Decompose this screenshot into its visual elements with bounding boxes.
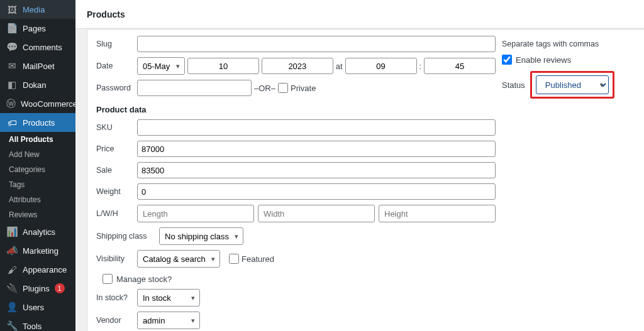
width-input[interactable] — [258, 205, 375, 222]
sidebar-item-label: Analytics — [23, 227, 55, 237]
sidebar-sub-attributes[interactable]: Attributes — [0, 192, 75, 207]
products-icon: 🏷 — [6, 117, 18, 128]
admin-sidebar: 🖼Media📄Pages💬Comments✉MailPoet◧DokanⓦWoo… — [0, 0, 75, 331]
sidebar-item-comments[interactable]: 💬Comments — [0, 38, 75, 57]
height-input[interactable] — [379, 205, 496, 222]
password-input[interactable] — [137, 80, 252, 96]
sku-label: SKU — [96, 123, 137, 132]
instock-select[interactable]: In stock — [137, 289, 200, 307]
price-input[interactable] — [137, 141, 496, 157]
slug-input[interactable] — [137, 36, 496, 52]
at-label: at — [336, 62, 343, 71]
product-data-heading: Product data — [96, 105, 496, 114]
menu-icon: 🖼 — [6, 4, 18, 15]
sale-label: Sale — [96, 166, 137, 175]
vendor-select[interactable]: admin — [137, 312, 200, 329]
sidebar-item-users[interactable]: 👤Users — [0, 298, 75, 317]
sidebar-item-label: Products — [23, 118, 55, 128]
weight-label: Weight — [96, 187, 137, 196]
sku-input[interactable] — [137, 119, 496, 136]
featured-label: Featured — [242, 254, 274, 264]
or-label: –OR– — [254, 84, 275, 93]
sidebar-item-products[interactable]: 🏷 Products — [0, 113, 75, 132]
menu-icon: 🔌 — [6, 283, 18, 294]
sidebar-item-appearance[interactable]: 🖌Appearance — [0, 260, 75, 279]
sidebar-item-label: Users — [23, 303, 44, 312]
hour-input[interactable] — [345, 58, 417, 74]
sidebar-sub-tags[interactable]: Tags — [0, 177, 75, 192]
lwh-label: L/W/H — [96, 209, 137, 218]
price-label: Price — [96, 144, 137, 153]
menu-icon: 📄 — [6, 23, 18, 34]
sidebar-sub-all-products[interactable]: All Products — [0, 132, 75, 147]
manage-stock-checkbox[interactable] — [103, 274, 113, 284]
status-label: Status — [502, 80, 525, 90]
menu-icon: 🖌 — [6, 264, 18, 275]
sidebar-sub-reviews[interactable]: Reviews — [0, 207, 75, 222]
sidebar-item-label: Media — [23, 5, 45, 14]
sidebar-item-label: Dokan — [23, 80, 47, 90]
sidebar-item-label: Appearance — [23, 265, 67, 274]
menu-icon: ⓦ — [6, 98, 16, 109]
length-input[interactable] — [137, 205, 254, 222]
sidebar-sub-add-new[interactable]: Add New — [0, 147, 75, 162]
menu-icon: 🔧 — [6, 320, 18, 331]
quick-edit-panel: Slug Date 05-May at : Password — [87, 29, 644, 331]
page-title: Products — [87, 9, 125, 19]
slug-label: Slug — [96, 40, 137, 48]
sale-input[interactable] — [137, 162, 496, 178]
minute-input[interactable] — [424, 58, 496, 74]
update-badge: 1 — [55, 283, 65, 293]
shipping-class-label: Shipping class — [96, 232, 159, 241]
sidebar-item-pages[interactable]: 📄Pages — [0, 19, 75, 38]
sidebar-item-label: Comments — [23, 43, 62, 52]
shipping-class-select[interactable]: No shipping class — [159, 227, 243, 245]
menu-icon: ◧ — [6, 79, 18, 90]
visibility-select[interactable]: Catalog & search — [137, 250, 220, 268]
sidebar-item-label: WooCommerce — [21, 99, 77, 109]
private-label: Private — [291, 84, 316, 93]
status-select[interactable]: Published — [536, 75, 609, 94]
visibility-label: Visibility — [96, 254, 137, 263]
password-label: Password — [96, 84, 137, 92]
sidebar-item-tools[interactable]: 🔧Tools — [0, 317, 75, 331]
menu-icon: 📊 — [6, 226, 18, 237]
featured-checkbox[interactable] — [229, 254, 239, 264]
sidebar-item-label: Marketing — [23, 246, 58, 256]
enable-reviews-checkbox[interactable] — [502, 55, 512, 65]
day-input[interactable] — [187, 58, 259, 74]
menu-icon: 📣 — [6, 245, 18, 256]
vendor-label: Vendor — [96, 316, 137, 325]
instock-label: In stock? — [96, 293, 137, 302]
enable-reviews-label: Enable reviews — [516, 55, 571, 65]
date-label: Date — [96, 62, 137, 70]
year-input[interactable] — [262, 58, 333, 74]
sidebar-item-label: Pages — [23, 24, 46, 33]
private-checkbox[interactable] — [278, 83, 288, 93]
sidebar-item-label: Plugins — [23, 284, 50, 293]
sidebar-item-marketing[interactable]: 📣Marketing — [0, 241, 75, 260]
sidebar-item-media[interactable]: 🖼Media — [0, 0, 75, 19]
sidebar-item-label: MailPoet — [23, 62, 55, 71]
menu-icon: 💬 — [6, 41, 18, 53]
sidebar-item-dokan[interactable]: ◧Dokan — [0, 75, 75, 94]
menu-icon: 👤 — [6, 301, 18, 313]
main-area: Products ⚑ Activity Slug Date 05-May — [75, 0, 644, 331]
page-header: Products ⚑ Activity — [75, 0, 644, 29]
tags-note: Separate tags with commas — [502, 40, 644, 48]
weight-input[interactable] — [137, 183, 496, 200]
status-highlight: Published — [530, 71, 614, 99]
sidebar-item-woocommerce[interactable]: ⓦWooCommerce — [0, 94, 75, 113]
month-select[interactable]: 05-May — [137, 57, 185, 75]
sidebar-item-plugins[interactable]: 🔌Plugins1 — [0, 279, 75, 298]
menu-icon: ✉ — [6, 60, 18, 72]
sidebar-sub-categories[interactable]: Categories — [0, 162, 75, 177]
sidebar-item-analytics[interactable]: 📊Analytics — [0, 222, 75, 241]
sidebar-item-mailpoet[interactable]: ✉MailPoet — [0, 57, 75, 75]
sidebar-item-label: Tools — [23, 322, 42, 331]
manage-stock-label: Manage stock? — [116, 274, 172, 284]
